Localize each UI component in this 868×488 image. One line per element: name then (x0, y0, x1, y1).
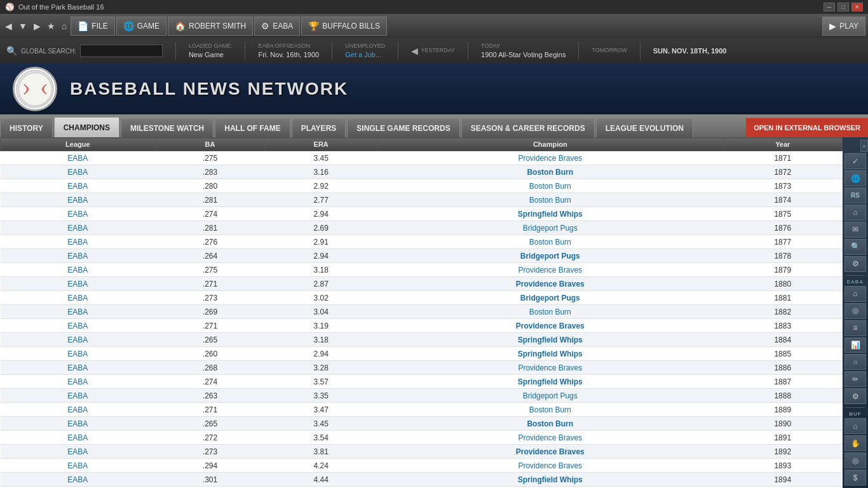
prev-arrow-icon[interactable]: ◀ (411, 46, 418, 56)
nav-back[interactable]: ◀ (3, 18, 15, 34)
tab-milestone[interactable]: MILESTONE WATCH (121, 118, 214, 137)
cell-league[interactable]: EABA (1, 151, 156, 165)
sidebar-buf-hand-icon[interactable]: ✋ (844, 435, 866, 451)
sidebar-eaba-stats-icon[interactable]: ○ (844, 354, 866, 370)
cell-league[interactable]: EABA (1, 403, 156, 417)
cell-league[interactable]: EABA (1, 277, 156, 291)
cell-league[interactable]: EABA (1, 431, 156, 445)
cell-champion[interactable]: Boston Burn (377, 179, 724, 193)
sidebar-search-icon[interactable]: 🔍 (844, 239, 866, 255)
cell-champion[interactable]: Springfield Whips (377, 207, 724, 221)
nav-dropdown[interactable]: ▼ (16, 18, 30, 34)
cell-champion[interactable]: Bridgeport Pugs (377, 221, 724, 235)
cell-league[interactable]: EABA (1, 389, 156, 403)
tab-halloffame[interactable]: HALL OF FAME (215, 118, 290, 137)
cell-champion[interactable]: Boston Burn (377, 235, 724, 249)
cell-league[interactable]: EABA (1, 305, 156, 319)
cell-league[interactable]: EABA (1, 417, 156, 431)
robert-btn[interactable]: 🏠 ROBERT SMITH (168, 17, 253, 36)
sidebar-check-icon[interactable]: ✓ (844, 153, 866, 169)
cell-champion[interactable]: Boston Burn (377, 165, 724, 179)
cell-champion[interactable]: Springfield Whips (377, 347, 724, 361)
minimize-btn[interactable]: ─ (824, 3, 835, 11)
cell-champion[interactable]: Bridgeport Pugs (377, 389, 724, 403)
cell-league[interactable]: EABA (1, 459, 156, 473)
bills-btn[interactable]: 🏆 BUFFALO BILLS (301, 17, 387, 36)
nav-forward[interactable]: ▶ (31, 18, 43, 34)
sidebar-buf-circle-icon[interactable]: ◎ (844, 452, 866, 468)
cell-league[interactable]: EABA (1, 445, 156, 459)
cell-league[interactable]: EABA (1, 221, 156, 235)
tab-champions[interactable]: CHAMPIONS (54, 117, 119, 137)
open-external-btn[interactable]: OPEN IN EXTERNAL BROWSER (746, 118, 868, 137)
cell-champion[interactable]: Providence Braves (377, 445, 724, 459)
cell-league[interactable]: EABA (1, 207, 156, 221)
cell-league[interactable]: EABA (1, 291, 156, 305)
search-input[interactable] (80, 44, 163, 57)
col-ba[interactable]: BA (155, 138, 265, 151)
close-btn[interactable]: ✕ (851, 3, 863, 11)
cell-champion[interactable]: Providence Braves (377, 263, 724, 277)
nav-star[interactable]: ★ (44, 18, 58, 34)
cell-league[interactable]: EABA (1, 375, 156, 389)
cell-champion[interactable]: Boston Burn (377, 305, 724, 319)
sidebar-eaba-list-icon[interactable]: ≡ (844, 320, 866, 336)
today-info: TODAY 1900 All-Star Voting Begins (481, 43, 566, 59)
col-champion[interactable]: Champion (377, 138, 724, 151)
tab-players[interactable]: PLAYERS (292, 118, 346, 137)
cell-champion[interactable]: Bridgeport Pugs (377, 291, 724, 305)
sidebar-eaba-chart-icon[interactable]: 📊 (844, 337, 866, 353)
expand-sidebar-btn[interactable]: » (860, 140, 868, 152)
sidebar-globe-icon[interactable]: 🌐 (844, 170, 866, 186)
table-scroll[interactable]: League BA ERA Champion Year EABA.2753.45… (0, 137, 843, 488)
sidebar-buf-home-icon[interactable]: ⌂ (844, 418, 866, 434)
sidebar-eaba-circle-icon[interactable]: ◎ (844, 303, 866, 319)
sidebar-eaba-edit-icon[interactable]: ✏ (844, 371, 866, 387)
nav-home[interactable]: ⌂ (59, 18, 69, 34)
cell-champion[interactable]: Springfield Whips (377, 473, 724, 487)
cell-league[interactable]: EABA (1, 333, 156, 347)
tab-history[interactable]: HISTORY (0, 118, 53, 137)
col-era[interactable]: ERA (265, 138, 377, 151)
cell-champion[interactable]: Providence Braves (377, 361, 724, 375)
eaba-btn[interactable]: ⚙ EABA (254, 17, 300, 36)
cell-league[interactable]: EABA (1, 319, 156, 333)
col-year[interactable]: Year (723, 138, 842, 151)
cell-league[interactable]: EABA (1, 263, 156, 277)
cell-champion[interactable]: Bridgeport Pugs (377, 249, 724, 263)
cell-champion[interactable]: Springfield Whips (377, 375, 724, 389)
cell-champion[interactable]: Providence Braves (377, 151, 724, 165)
cell-ba: .283 (155, 165, 265, 179)
play-btn[interactable]: ▶ PLAY (822, 17, 865, 36)
sidebar-gear-icon[interactable]: ⚙ (844, 256, 866, 272)
cell-league[interactable]: EABA (1, 473, 156, 487)
col-league[interactable]: League (1, 138, 156, 151)
cell-league[interactable]: EABA (1, 361, 156, 375)
cell-champion[interactable]: Providence Braves (377, 431, 724, 445)
sidebar-mail-icon[interactable]: ✉ (844, 222, 866, 238)
cell-champion[interactable]: Providence Braves (377, 319, 724, 333)
tab-singlegame[interactable]: SINGLE GAME RECORDS (347, 118, 459, 137)
sidebar-eaba-home-icon[interactable]: ⌂ (844, 286, 866, 302)
tab-seasoncareer[interactable]: SEASON & CAREER RECORDS (461, 118, 595, 137)
sidebar-rs-label[interactable]: RS (844, 187, 866, 203)
sidebar-home-icon[interactable]: ⌂ (844, 205, 866, 220)
cell-league[interactable]: EABA (1, 347, 156, 361)
cell-league[interactable]: EABA (1, 249, 156, 263)
cell-league[interactable]: EABA (1, 179, 156, 193)
cell-league[interactable]: EABA (1, 165, 156, 179)
cell-champion[interactable]: Boston Burn (377, 403, 724, 417)
cell-champion[interactable]: Providence Braves (377, 277, 724, 291)
cell-league[interactable]: EABA (1, 193, 156, 207)
cell-league[interactable]: EABA (1, 235, 156, 249)
sidebar-eaba-gear-icon[interactable]: ⚙ (844, 388, 866, 404)
file-btn[interactable]: 📄 FILE (71, 17, 114, 36)
sidebar-buf-dollar-icon[interactable]: $ (844, 470, 866, 485)
cell-champion[interactable]: Boston Burn (377, 193, 724, 207)
cell-champion[interactable]: Providence Braves (377, 459, 724, 473)
cell-champion[interactable]: Boston Burn (377, 417, 724, 431)
cell-champion[interactable]: Springfield Whips (377, 333, 724, 347)
maximize-btn[interactable]: □ (837, 3, 849, 11)
game-btn[interactable]: 🌐 GAME (116, 17, 166, 36)
tab-leagueevo[interactable]: LEAGUE EVOLUTION (596, 118, 693, 137)
